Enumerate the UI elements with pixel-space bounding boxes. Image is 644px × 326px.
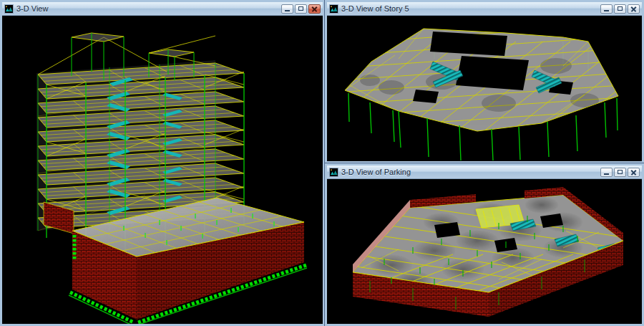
titlebar-3d-view[interactable]: 3-D View [2,2,323,16]
restore-icon [618,6,623,11]
minimize-icon [285,10,290,11]
scene-3d-building [2,16,323,324]
close-button[interactable] [628,4,640,14]
close-button[interactable] [308,4,321,14]
viewport-parking[interactable] [327,179,642,324]
minimize-button[interactable] [600,4,613,14]
model-3d-view-icon [329,168,338,177]
restore-button[interactable] [295,4,307,14]
window-controls [281,4,321,14]
minimize-button[interactable] [600,168,613,177]
minimize-icon [604,10,609,11]
scene-story5-floorplate [327,16,642,161]
titlebar-story5[interactable]: 3-D View of Story 5 [327,2,642,16]
window-title: 3-D View [16,4,278,13]
model-3d-view-icon [4,4,14,14]
viewport-story5[interactable] [327,16,642,161]
window-3d-view-parking: 3-D View of Parking [325,163,644,326]
restore-button[interactable] [614,168,626,177]
minimize-icon [604,173,609,175]
restore-button[interactable] [614,4,626,14]
close-icon [630,169,637,176]
window-title: 3-D View of Parking [341,168,597,176]
titlebar-parking[interactable]: 3-D View of Parking [327,166,642,179]
window-controls [600,4,640,14]
window-controls [600,168,640,177]
restore-icon [298,6,303,11]
viewport-3d-model[interactable] [2,16,323,324]
scene-parking-level [327,179,642,324]
window-title: 3-D View of Story 5 [341,4,597,13]
close-icon [630,6,637,12]
minimize-button[interactable] [281,4,293,14]
model-3d-view-icon [329,4,338,14]
window-3d-view: 3-D View [0,0,325,326]
close-button[interactable] [628,168,640,177]
restore-icon [618,170,623,174]
window-3d-view-story5: 3-D View of Story 5 [325,0,644,163]
close-icon [311,6,318,12]
